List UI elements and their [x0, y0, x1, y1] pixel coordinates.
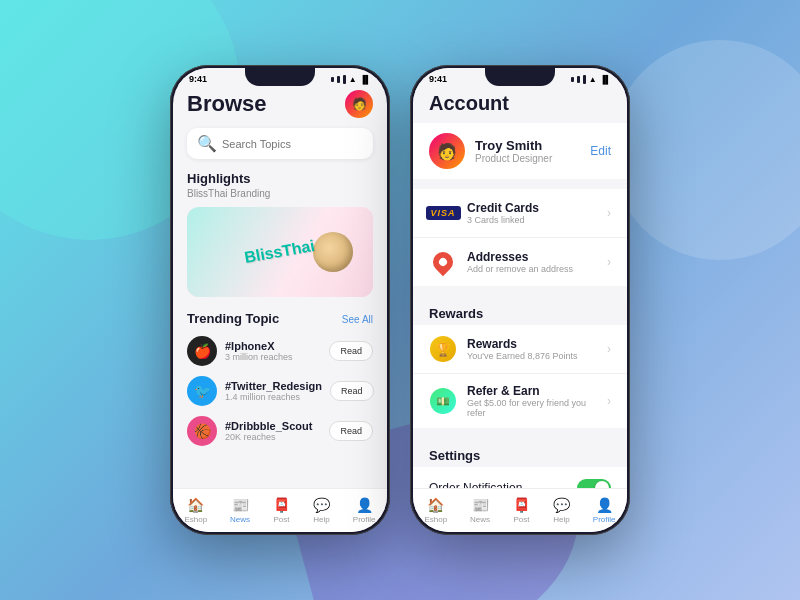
- profile-avatar-right: 🧑: [429, 133, 465, 169]
- credit-cards-item[interactable]: VISA Credit Cards 3 Cards linked ›: [413, 189, 627, 238]
- settings-section: Order Notification Discount Notification: [413, 467, 627, 488]
- search-bar[interactable]: 🔍: [187, 128, 373, 159]
- eshop-icon-right: 🏠: [427, 497, 444, 513]
- nav-post-right[interactable]: 📮 Post: [513, 497, 530, 524]
- profile-icon-left: 👤: [356, 497, 373, 513]
- topic-info-2: #Twitter_Redesign 1.4 million reaches: [225, 380, 322, 402]
- highlights-subtitle: BlissThai Branding: [187, 188, 373, 199]
- addresses-title: Addresses: [467, 250, 597, 264]
- addresses-info: Addresses Add or remove an address: [467, 250, 597, 274]
- browse-screen: Browse 🧑 🔍 Highlights BlissThai Branding…: [173, 86, 387, 488]
- profile-label-left: Profile: [353, 515, 376, 524]
- topic-icon-dribbble: 🏀: [187, 416, 217, 446]
- signal-bar-r3: [583, 75, 586, 84]
- read-btn-3[interactable]: Read: [329, 421, 373, 441]
- wifi-icon: ▲: [349, 75, 357, 84]
- highlights-section: Highlights BlissThai Branding BlissThai: [187, 171, 373, 297]
- refer-earn-info: Refer & Earn Get $5.00 for every friend …: [467, 384, 597, 418]
- signal-bar-1: [331, 77, 334, 82]
- reward-coin-wrap: 🏆: [429, 335, 457, 363]
- battery-icon-right: ▐▌: [600, 75, 611, 84]
- toggle-knob-order: [595, 481, 609, 488]
- credit-cards-sub: 3 Cards linked: [467, 215, 597, 225]
- search-input[interactable]: [222, 138, 363, 150]
- topic-item-2: 🐦 #Twitter_Redesign 1.4 million reaches …: [187, 376, 373, 406]
- visa-logo: VISA: [426, 206, 461, 220]
- bg-shape-white: [610, 40, 800, 260]
- signal-bar-3: [343, 75, 346, 84]
- profile-label-right: Profile: [593, 515, 616, 524]
- post-icon: 📮: [273, 497, 290, 513]
- addresses-item[interactable]: Addresses Add or remove an address ›: [413, 238, 627, 286]
- news-icon-right: 📰: [472, 497, 489, 513]
- topic-reach-3: 20K reaches: [225, 432, 321, 442]
- rewards-sub: You've Earned 8,876 Points: [467, 351, 597, 361]
- profile-info: Troy Smith Product Designer: [475, 138, 580, 164]
- avatar-left[interactable]: 🧑: [345, 90, 373, 118]
- topic-icon-twitter: 🐦: [187, 376, 217, 406]
- addresses-sub: Add or remove an address: [467, 264, 597, 274]
- topic-name-2: #Twitter_Redesign: [225, 380, 322, 392]
- eshop-label-right: Eshop: [424, 515, 447, 524]
- nav-profile-left[interactable]: 👤 Profile: [353, 497, 376, 524]
- credit-cards-info: Credit Cards 3 Cards linked: [467, 201, 597, 225]
- eshop-icon: 🏠: [187, 497, 204, 513]
- nav-post-left[interactable]: 📮 Post: [273, 497, 290, 524]
- browse-header: Browse 🧑: [187, 86, 373, 118]
- nav-eshop-left[interactable]: 🏠 Eshop: [184, 497, 207, 524]
- bottom-nav-right: 🏠 Eshop 📰 News 📮 Post 💬 Help 👤 Pr: [413, 488, 627, 532]
- refer-earn-sub: Get $5.00 for every friend you refer: [467, 398, 597, 418]
- eshop-label: Eshop: [184, 515, 207, 524]
- news-label-right: News: [470, 515, 490, 524]
- browse-title: Browse: [187, 91, 266, 117]
- topic-reach-2: 1.4 million reaches: [225, 392, 322, 402]
- account-title: Account: [413, 86, 627, 123]
- profile-name: Troy Smith: [475, 138, 580, 153]
- chevron-credit: ›: [607, 206, 611, 220]
- topic-item-1: 🍎 #IphoneX 3 million reaches Read: [187, 336, 373, 366]
- refer-earn-item[interactable]: 💵 Refer & Earn Get $5.00 for every frien…: [413, 374, 627, 428]
- location-pin-icon: [429, 248, 457, 276]
- nav-help-left[interactable]: 💬 Help: [313, 497, 330, 524]
- trending-title: Trending Topic: [187, 311, 279, 326]
- nav-eshop-right[interactable]: 🏠 Eshop: [424, 497, 447, 524]
- nav-profile-right[interactable]: 👤 Profile: [593, 497, 616, 524]
- profile-card: 🧑 Troy Smith Product Designer Edit: [413, 123, 627, 179]
- help-icon: 💬: [313, 497, 330, 513]
- rewards-item[interactable]: 🏆 Rewards You've Earned 8,876 Points ›: [413, 325, 627, 374]
- refer-icon-wrap: 💵: [429, 387, 457, 415]
- help-label: Help: [313, 515, 329, 524]
- wifi-icon-right: ▲: [589, 75, 597, 84]
- phones-wrapper: 9:41 ▲ ▐▌ Browse 🧑 🔍: [170, 65, 630, 535]
- payment-section: VISA Credit Cards 3 Cards linked ›: [413, 189, 627, 286]
- pin-inner: [437, 256, 448, 267]
- see-all-btn[interactable]: See All: [342, 314, 373, 325]
- phone-right-inner: 9:41 ▲ ▐▌ Account 🧑 Troy Smith Pro: [413, 68, 627, 532]
- nav-news-left[interactable]: 📰 News: [230, 497, 250, 524]
- post-icon-right: 📮: [513, 497, 530, 513]
- trending-header: Trending Topic See All: [187, 311, 373, 328]
- post-label: Post: [273, 515, 289, 524]
- order-notification-toggle[interactable]: [577, 479, 611, 488]
- rewards-section-title: Rewards: [413, 296, 627, 325]
- nav-news-right[interactable]: 📰 News: [470, 497, 490, 524]
- highlights-title: Highlights: [187, 171, 373, 186]
- refer-earn-title: Refer & Earn: [467, 384, 597, 398]
- read-btn-2[interactable]: Read: [330, 381, 374, 401]
- edit-profile-btn[interactable]: Edit: [590, 144, 611, 158]
- news-icon: 📰: [232, 497, 249, 513]
- coconut-decoration: [313, 232, 353, 272]
- time-right: 9:41: [429, 74, 447, 84]
- search-icon: 🔍: [197, 134, 217, 153]
- topic-reach-1: 3 million reaches: [225, 352, 321, 362]
- topic-item-3: 🏀 #Dribbble_Scout 20K reaches Read: [187, 416, 373, 446]
- notch-left: [245, 68, 315, 86]
- highlight-card[interactable]: BlissThai: [187, 207, 373, 297]
- bottom-nav-left: 🏠 Eshop 📰 News 📮 Post 💬 Help 👤 Pr: [173, 488, 387, 532]
- topic-icon-apple: 🍎: [187, 336, 217, 366]
- visa-icon-wrap: VISA: [429, 199, 457, 227]
- bliss-brand-text: BlissThai: [243, 237, 316, 267]
- signal-bar-2: [337, 76, 340, 83]
- nav-help-right[interactable]: 💬 Help: [553, 497, 570, 524]
- read-btn-1[interactable]: Read: [329, 341, 373, 361]
